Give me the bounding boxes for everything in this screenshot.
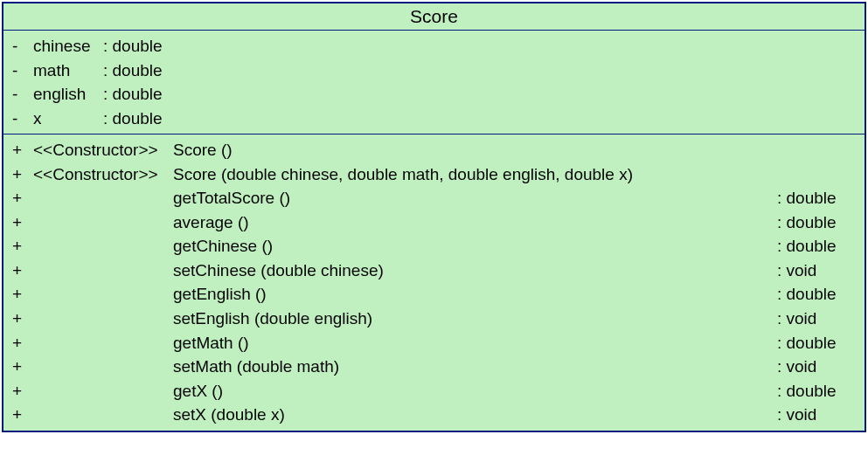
signature: getTotalScore ()	[173, 186, 777, 210]
visibility: -	[12, 34, 33, 59]
attribute-name: x	[33, 107, 103, 131]
operation-row: +setMath (double math): void	[12, 355, 856, 379]
signature: getEnglish ()	[173, 282, 777, 307]
signature: setEnglish (double english)	[173, 307, 777, 331]
operation-row: +setX (double x): void	[12, 403, 856, 427]
return-type: : void	[777, 355, 856, 379]
attribute-type: : double	[103, 82, 163, 107]
operation-row: +getTotalScore (): double	[12, 186, 856, 210]
visibility: +	[12, 210, 33, 235]
signature: Score (double chinese, double math, doub…	[173, 162, 777, 187]
return-type: : void	[777, 259, 856, 283]
operation-row: +<<Constructor>>Score (double chinese, d…	[12, 162, 856, 187]
signature: getX ()	[173, 379, 777, 403]
visibility: +	[12, 403, 33, 427]
signature: setChinese (double chinese)	[173, 259, 777, 283]
return-type: : double	[777, 331, 856, 355]
operation-row: +<<Constructor>>Score ()	[12, 138, 856, 162]
operation-row: +getEnglish (): double	[12, 282, 856, 307]
class-name: Score	[410, 6, 458, 26]
attribute-name: chinese	[33, 34, 103, 59]
return-type: : double	[777, 186, 856, 210]
signature: getChinese ()	[173, 234, 777, 259]
visibility: +	[12, 259, 33, 283]
visibility: +	[12, 234, 33, 259]
class-name-header: Score	[3, 3, 865, 31]
operations-section: +<<Constructor>>Score ()+<<Constructor>>…	[3, 134, 865, 431]
attribute-name: math	[33, 59, 103, 83]
visibility: +	[12, 186, 33, 210]
attribute-name: english	[33, 82, 103, 107]
visibility: +	[12, 355, 33, 379]
uml-class-box: Score -chinese: double-math: double-engl…	[2, 2, 866, 432]
signature: setMath (double math)	[173, 355, 777, 379]
visibility: -	[12, 107, 33, 131]
visibility: +	[12, 162, 33, 187]
operation-row: +average (): double	[12, 210, 856, 235]
visibility: +	[12, 379, 33, 403]
operation-row: +getMath (): double	[12, 331, 856, 355]
visibility: -	[12, 59, 33, 83]
signature: average ()	[173, 210, 777, 235]
return-type: : double	[777, 379, 856, 403]
operation-row: +getX (): double	[12, 379, 856, 403]
stereotype: <<Constructor>>	[33, 162, 173, 187]
return-type: : double	[777, 234, 856, 259]
signature: Score ()	[173, 138, 777, 162]
return-type: : double	[777, 210, 856, 235]
operation-row: +setChinese (double chinese): void	[12, 259, 856, 283]
return-type: : double	[777, 282, 856, 307]
attributes-section: -chinese: double-math: double-english: d…	[3, 31, 865, 134]
visibility: +	[12, 138, 33, 162]
signature: getMath ()	[173, 331, 777, 355]
attribute-row: -english: double	[12, 82, 856, 107]
operation-row: +setEnglish (double english): void	[12, 307, 856, 331]
attribute-type: : double	[103, 34, 163, 59]
signature: setX (double x)	[173, 403, 777, 427]
attribute-type: : double	[103, 107, 163, 131]
visibility: +	[12, 331, 33, 355]
visibility: +	[12, 307, 33, 331]
return-type: : void	[777, 403, 856, 427]
stereotype: <<Constructor>>	[33, 138, 173, 162]
attribute-type: : double	[103, 59, 163, 83]
attribute-row: -x: double	[12, 107, 856, 131]
return-type: : void	[777, 307, 856, 331]
attribute-row: -math: double	[12, 59, 856, 83]
visibility: -	[12, 82, 33, 107]
operation-row: +getChinese (): double	[12, 234, 856, 259]
visibility: +	[12, 282, 33, 307]
attribute-row: -chinese: double	[12, 34, 856, 59]
